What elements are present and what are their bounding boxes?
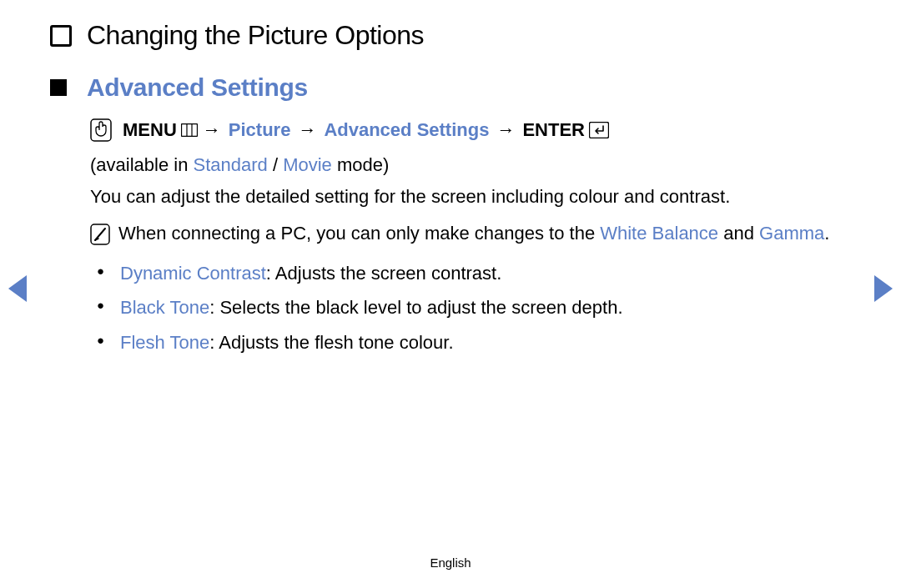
availability-suffix: mode) (332, 154, 389, 175)
list-item: Black Tone: Selects the black level to a… (90, 294, 851, 321)
availability-slash: / (268, 154, 283, 175)
content-area: MENU → Picture → Advanced Settings → ENT… (90, 117, 851, 364)
enter-icon (587, 122, 609, 138)
bullet-text: : Adjusts the flesh tone colour. (209, 332, 453, 353)
note-text: When connecting a PC, you can only make … (118, 220, 829, 247)
note-part1: When connecting a PC, you can only make … (118, 223, 600, 244)
chevron-right-icon (874, 275, 893, 302)
list-item: Dynamic Contrast: Adjusts the screen con… (90, 260, 851, 287)
section-row: Advanced Settings (50, 73, 308, 102)
bookmark-icon (50, 25, 72, 47)
arrow: → (203, 117, 221, 143)
note-gamma: Gamma (759, 223, 824, 244)
note-period: . (824, 223, 829, 244)
availability-prefix: (available in (90, 154, 194, 175)
bullet-list: Dynamic Contrast: Adjusts the screen con… (90, 260, 851, 357)
hand-icon (90, 118, 120, 142)
bullet-text: : Adjusts the screen contrast. (266, 263, 501, 284)
square-icon (50, 79, 67, 96)
arrow: → (496, 117, 515, 143)
menu-icon (179, 123, 198, 137)
bullet-label: Dynamic Contrast (120, 263, 266, 284)
footer-language: English (430, 555, 471, 570)
next-page-button[interactable] (874, 275, 893, 302)
note-and: and (718, 223, 759, 244)
svg-rect-4 (589, 122, 608, 138)
bullet-label: Black Tone (120, 297, 209, 318)
bullet-label: Flesh Tone (120, 332, 209, 353)
arrow: → (298, 117, 316, 143)
note-wb: White Balance (600, 223, 718, 244)
list-item: Flesh Tone: Adjusts the flesh tone colou… (90, 329, 851, 356)
note-icon (90, 220, 118, 245)
chevron-left-icon (8, 275, 27, 302)
prev-page-button[interactable] (8, 275, 27, 302)
description: You can adjust the detailed setting for … (90, 183, 851, 210)
availability-standard: Standard (194, 154, 268, 175)
section-heading: Advanced Settings (87, 73, 308, 102)
enter-label: ENTER (522, 117, 585, 143)
svg-rect-0 (91, 119, 111, 141)
menu-label: MENU (123, 117, 177, 143)
availability-movie: Movie (283, 154, 332, 175)
breadcrumb: MENU → Picture → Advanced Settings → ENT… (90, 117, 851, 143)
title-row: Changing the Picture Options (50, 20, 424, 51)
note-row: When connecting a PC, you can only make … (90, 220, 851, 247)
svg-rect-1 (181, 123, 197, 136)
nav-picture: Picture (229, 117, 291, 143)
page-title: Changing the Picture Options (87, 20, 424, 51)
nav-advanced: Advanced Settings (324, 117, 489, 143)
bullet-text: : Selects the black level to adjust the … (209, 297, 622, 318)
availability-line: (available in Standard / Movie mode) (90, 152, 851, 178)
